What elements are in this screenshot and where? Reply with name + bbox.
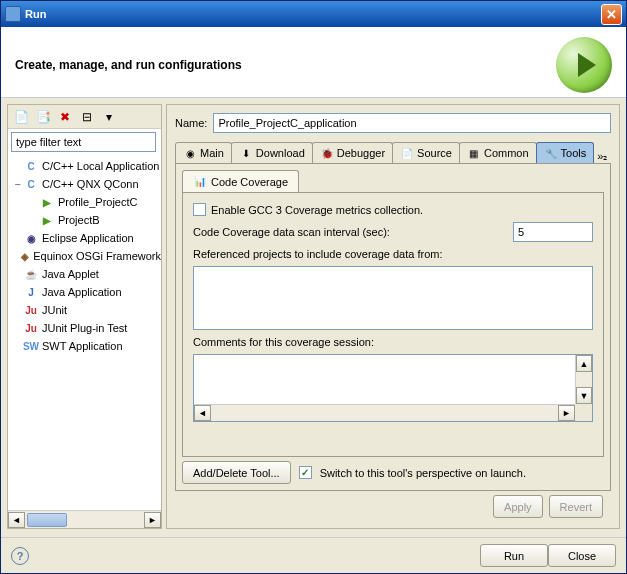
switch-perspective-checkbox[interactable]: ✓ xyxy=(299,466,312,479)
tree-item-label: Java Application xyxy=(42,286,122,298)
scroll-thumb[interactable] xyxy=(27,513,67,527)
expander-icon[interactable]: − xyxy=(12,179,23,190)
run-button[interactable]: Run xyxy=(480,544,548,567)
collapse-all-button[interactable]: ⊟ xyxy=(77,107,97,127)
eclipse-icon: ◉ xyxy=(23,230,39,246)
tree-item-label: ProjectB xyxy=(58,214,100,226)
tree-item[interactable]: JuJUnit Plug-in Test xyxy=(8,319,161,337)
comments-vscrollbar[interactable]: ▲ ▼ xyxy=(575,355,592,404)
tab-label: Common xyxy=(484,147,529,159)
tree-item[interactable]: ◈Equinox OSGi Framework xyxy=(8,247,161,265)
tree-item[interactable]: ▶Profile_ProjectC xyxy=(8,193,161,211)
dialog-footer: ? Run Close xyxy=(1,537,626,573)
tree-item[interactable]: CC/C++ Local Application xyxy=(8,157,161,175)
swt-icon: SW xyxy=(23,338,39,354)
app-icon xyxy=(5,6,21,22)
enable-gcc-checkbox[interactable] xyxy=(193,203,206,216)
interval-input[interactable] xyxy=(513,222,593,242)
enable-gcc-label: Enable GCC 3 Coverage metrics collection… xyxy=(211,204,423,216)
tree-toolbar: 📄 📑 ✖ ⊟ ▾ xyxy=(8,105,161,129)
scroll-right-button[interactable]: ► xyxy=(144,512,161,528)
close-button[interactable]: Close xyxy=(548,544,616,567)
source-icon: 📄 xyxy=(400,146,414,160)
tree-item-label: SWT Application xyxy=(42,340,123,352)
name-input[interactable] xyxy=(213,113,611,133)
header-text: Create, manage, and run configurations xyxy=(15,58,556,72)
run-icon: ▶ xyxy=(39,212,55,228)
tools-icon: 🔧 xyxy=(544,146,558,160)
add-delete-tool-button[interactable]: Add/Delete Tool... xyxy=(182,461,291,484)
tree-item-label: Eclipse Application xyxy=(42,232,134,244)
debugger-icon: 🐞 xyxy=(320,146,334,160)
scroll-up-button[interactable]: ▲ xyxy=(576,355,592,372)
tab-tools[interactable]: 🔧Tools xyxy=(536,142,595,163)
tree-item[interactable]: −CC/C++ QNX QConn xyxy=(8,175,161,193)
tabs-overflow-button[interactable]: »₂ xyxy=(597,150,607,163)
scroll-right-button[interactable]: ► xyxy=(558,405,575,421)
tree-item[interactable]: JuJUnit xyxy=(8,301,161,319)
tree-item-label: Java Applet xyxy=(42,268,99,280)
tree-item-label: Equinox OSGi Framework xyxy=(33,250,161,262)
osgi-icon: ◈ xyxy=(19,248,30,264)
scroll-left-button[interactable]: ◄ xyxy=(8,512,25,528)
comments-label: Comments for this coverage session: xyxy=(193,336,593,348)
subtab-label: Code Coverage xyxy=(211,176,288,188)
titlebar: Run ✕ xyxy=(1,1,626,27)
config-tree-panel: 📄 📑 ✖ ⊟ ▾ CC/C++ Local Application−CC/C+… xyxy=(7,104,162,529)
scroll-left-button[interactable]: ◄ xyxy=(194,405,211,421)
window-title: Run xyxy=(25,8,601,20)
revert-button[interactable]: Revert xyxy=(549,495,603,518)
tab-debugger[interactable]: 🐞Debugger xyxy=(312,142,393,163)
apply-button[interactable]: Apply xyxy=(493,495,543,518)
tree-item-label: JUnit xyxy=(42,304,67,316)
dialog-header: Create, manage, and run configurations xyxy=(1,27,626,98)
main-icon: ◉ xyxy=(183,146,197,160)
code-coverage-subtab[interactable]: 📊 Code Coverage xyxy=(182,170,299,192)
tools-tab-body: 📊 Code Coverage Enable GCC 3 Coverage me… xyxy=(175,163,611,491)
tree-hscrollbar[interactable]: ◄ ► xyxy=(8,510,161,528)
tab-label: Download xyxy=(256,147,305,159)
tab-label: Debugger xyxy=(337,147,385,159)
name-label: Name: xyxy=(175,117,207,129)
scroll-track[interactable] xyxy=(25,512,144,528)
config-tree[interactable]: CC/C++ Local Application−CC/C++ QNX QCon… xyxy=(8,155,161,510)
tab-download[interactable]: ⬇Download xyxy=(231,142,313,163)
help-button[interactable]: ? xyxy=(11,547,29,565)
tab-source[interactable]: 📄Source xyxy=(392,142,460,163)
ref-projects-list[interactable] xyxy=(193,266,593,330)
java-icon: J xyxy=(23,284,39,300)
delete-button[interactable]: ✖ xyxy=(55,107,75,127)
tree-item[interactable]: JJava Application xyxy=(8,283,161,301)
run-dialog: Run ✕ Create, manage, and run configurat… xyxy=(0,0,627,574)
tree-item[interactable]: SWSWT Application xyxy=(8,337,161,355)
applet-icon: ☕ xyxy=(23,266,39,282)
filter-input[interactable] xyxy=(11,132,156,152)
scroll-down-button[interactable]: ▼ xyxy=(576,387,592,404)
view-menu-button[interactable]: ▾ xyxy=(99,107,119,127)
tab-bar: ◉Main⬇Download🐞Debugger📄Source▦Common🔧To… xyxy=(175,139,611,163)
duplicate-button[interactable]: 📑 xyxy=(33,107,53,127)
config-editor: Name: ◉Main⬇Download🐞Debugger📄Source▦Com… xyxy=(166,104,620,529)
comments-hscrollbar[interactable]: ◄ ► xyxy=(194,404,575,421)
comments-textarea[interactable]: ▲ ▼ ◄ ► xyxy=(193,354,593,422)
tree-item[interactable]: ◉Eclipse Application xyxy=(8,229,161,247)
download-icon: ⬇ xyxy=(239,146,253,160)
tab-common[interactable]: ▦Common xyxy=(459,142,537,163)
tree-item-label: C/C++ Local Application xyxy=(42,160,159,172)
common-icon: ▦ xyxy=(467,146,481,160)
run-logo-icon xyxy=(556,37,612,93)
tab-label: Tools xyxy=(561,147,587,159)
junit-icon: Ju xyxy=(23,302,39,318)
tree-item-label: JUnit Plug-in Test xyxy=(42,322,127,334)
tab-main[interactable]: ◉Main xyxy=(175,142,232,163)
c-icon: C xyxy=(23,158,39,174)
c-icon: C xyxy=(23,176,39,192)
coverage-panel: Enable GCC 3 Coverage metrics collection… xyxy=(182,192,604,457)
tree-item[interactable]: ▶ProjectB xyxy=(8,211,161,229)
close-icon[interactable]: ✕ xyxy=(601,4,622,25)
run-icon: ▶ xyxy=(39,194,55,210)
new-config-button[interactable]: 📄 xyxy=(11,107,31,127)
interval-label: Code Coverage data scan interval (sec): xyxy=(193,226,390,238)
ref-projects-label: Referenced projects to include coverage … xyxy=(193,248,593,260)
tree-item[interactable]: ☕Java Applet xyxy=(8,265,161,283)
